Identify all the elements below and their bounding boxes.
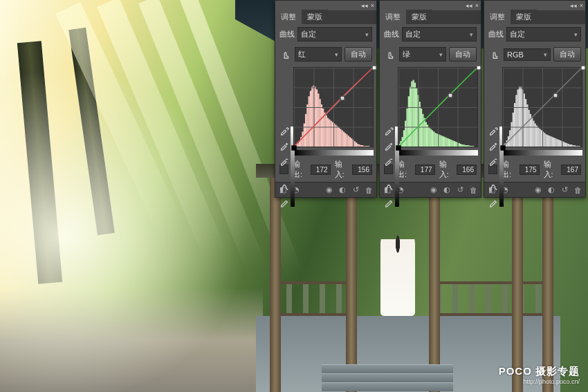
curve-point-handle[interactable]	[372, 66, 377, 71]
smooth-curve-icon[interactable]	[383, 182, 395, 193]
tool-column	[278, 125, 292, 208]
visibility-icon[interactable]: ◉	[429, 185, 439, 195]
channel-select[interactable]: 绿	[399, 47, 446, 62]
eyedropper-black-icon[interactable]	[487, 125, 499, 136]
visibility-icon[interactable]: ◉	[533, 185, 543, 195]
panel-titlebar[interactable]: ◂◂ ×	[484, 1, 585, 10]
panel-tabs: 调整 蒙版	[380, 10, 481, 24]
curve-point-handle[interactable]	[501, 146, 506, 151]
tab-adjust[interactable]: 调整	[275, 10, 302, 24]
curve-point-handle[interactable]	[581, 66, 586, 71]
delete-icon[interactable]: 🗑	[573, 185, 582, 195]
preset-select[interactable]: 自定	[506, 27, 581, 41]
collapse-icon[interactable]: ◂◂	[466, 2, 472, 9]
preset-select[interactable]: 自定	[402, 27, 477, 41]
reset-icon[interactable]: ↺	[560, 185, 569, 195]
eyedropper-white-icon[interactable]	[383, 156, 395, 167]
smooth-curve-icon[interactable]	[487, 182, 499, 193]
eyedropper-gray-icon[interactable]	[383, 140, 395, 151]
input-gradient	[502, 150, 582, 156]
output-label: 输出:	[502, 159, 515, 180]
input-value[interactable]: 156	[352, 165, 372, 175]
curves-graph[interactable]	[293, 67, 374, 147]
watermark: POCO 摄影专题 http://photo.poco.cn/	[499, 365, 580, 385]
tool-column	[487, 125, 501, 208]
output-label: 输出:	[397, 159, 411, 180]
collapse-icon[interactable]: ◂◂	[361, 2, 368, 9]
curve-point-handle[interactable]	[396, 146, 401, 151]
previous-state-icon[interactable]: ◐	[442, 185, 452, 195]
watermark-url: http://photo.poco.cn/	[499, 378, 580, 385]
reset-icon[interactable]: ↺	[455, 185, 465, 195]
input-label: 输入:	[544, 159, 558, 180]
auto-button[interactable]: 自动	[344, 47, 372, 62]
curve-point-handle[interactable]	[477, 66, 481, 71]
tab-mask[interactable]: 蒙版	[302, 10, 328, 24]
preset-select[interactable]: 自定	[297, 27, 372, 41]
curve-point-handle[interactable]	[340, 96, 345, 101]
draw-curve-icon[interactable]	[383, 197, 395, 208]
close-icon[interactable]: ×	[580, 2, 583, 9]
previous-state-icon[interactable]: ◐	[546, 185, 556, 195]
smooth-curve-icon[interactable]	[278, 182, 291, 193]
panel-titlebar[interactable]: ◂◂ ×	[275, 1, 376, 10]
input-label: 输入:	[335, 159, 349, 180]
collapse-icon[interactable]: ◂◂	[570, 2, 577, 9]
reset-icon[interactable]: ↺	[351, 185, 360, 195]
watermark-title: POCO 摄影专题	[499, 365, 580, 378]
eyedropper-white-icon[interactable]	[487, 156, 499, 167]
eyedropper-black-icon[interactable]	[278, 125, 291, 136]
tab-adjust[interactable]: 调整	[380, 10, 406, 24]
input-value[interactable]: 166	[457, 165, 477, 175]
target-adjust-tool[interactable]	[384, 49, 396, 60]
close-icon[interactable]: ×	[371, 2, 374, 9]
eyedropper-gray-icon[interactable]	[278, 140, 291, 151]
input-label: 输入:	[439, 159, 453, 180]
target-adjust-tool[interactable]	[488, 49, 501, 60]
output-value[interactable]: 172	[311, 165, 331, 175]
eyedropper-gray-icon[interactable]	[487, 140, 499, 151]
previous-state-icon[interactable]: ◐	[338, 185, 347, 195]
tool-column	[383, 125, 396, 208]
curves-panel: ◂◂ × 调整 蒙版 曲线 自定 绿 自动	[379, 0, 481, 198]
tab-adjust[interactable]: 调整	[484, 10, 511, 24]
auto-button[interactable]: 自动	[449, 47, 477, 62]
eyedropper-white-icon[interactable]	[278, 156, 291, 167]
delete-icon[interactable]: 🗑	[468, 185, 478, 195]
panel-tabs: 调整 蒙版	[484, 10, 585, 24]
draw-curve-icon[interactable]	[487, 197, 499, 208]
adjustment-type-label: 曲线	[488, 29, 504, 39]
adjustment-type-label: 曲线	[279, 29, 295, 39]
output-value[interactable]: 177	[415, 165, 435, 175]
curves-panel: ◂◂ × 调整 蒙版 曲线 自定 红 自动	[275, 0, 377, 198]
tab-mask[interactable]: 蒙版	[406, 10, 432, 24]
eyedropper-black-icon[interactable]	[383, 125, 395, 136]
person-figure	[380, 226, 415, 316]
curves-graph[interactable]	[398, 67, 478, 147]
output-label: 输出:	[293, 159, 306, 180]
target-adjust-tool[interactable]	[279, 49, 292, 60]
input-gradient	[293, 150, 374, 156]
panel-tabs: 调整 蒙版	[275, 10, 376, 24]
curve-point-handle[interactable]	[292, 146, 297, 151]
output-value[interactable]: 175	[520, 165, 540, 175]
curves-panel: ◂◂ × 调整 蒙版 曲线 自定 RGB 自动	[484, 0, 586, 198]
auto-button[interactable]: 自动	[553, 47, 581, 62]
tab-mask[interactable]: 蒙版	[511, 10, 537, 24]
curve-point-handle[interactable]	[553, 93, 558, 98]
panel-titlebar[interactable]: ◂◂ ×	[380, 1, 481, 10]
adjustment-type-label: 曲线	[384, 29, 399, 39]
close-icon[interactable]: ×	[475, 2, 479, 9]
draw-curve-icon[interactable]	[278, 197, 291, 208]
channel-select[interactable]: RGB	[504, 48, 551, 61]
input-gradient	[398, 150, 478, 156]
curve-point-handle[interactable]	[448, 93, 453, 98]
visibility-icon[interactable]: ◉	[324, 185, 334, 195]
channel-select[interactable]: 红	[295, 47, 342, 62]
delete-icon[interactable]: 🗑	[364, 185, 374, 195]
curves-graph[interactable]	[502, 67, 582, 147]
input-value[interactable]: 167	[561, 165, 581, 175]
